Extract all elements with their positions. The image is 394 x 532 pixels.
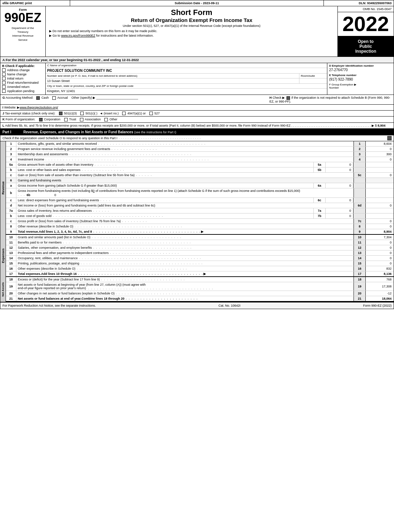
row15-linenum: 15	[354, 261, 366, 266]
row6a-num: a	[6, 183, 16, 188]
row5c-value: 0	[366, 173, 394, 178]
row17-linenum: 17	[354, 271, 366, 276]
row7c-num: c	[6, 219, 16, 224]
row5b-num: b	[6, 167, 16, 172]
row20-desc: Other changes in net assets or fund bala…	[16, 291, 354, 296]
row6a-desc: Gross income from gaming (attach Schedul…	[16, 183, 313, 188]
row5c-linenum: 5c	[354, 173, 366, 178]
row7c-value: 0	[366, 219, 394, 224]
row3-num: 3	[6, 152, 16, 157]
street-label: Number and street (or P. O. box, if mail…	[46, 74, 299, 78]
row6c-sublinenum: 6c	[313, 198, 326, 203]
row15-desc: Printing, publications, postage, and shi…	[16, 261, 354, 266]
row7c-desc: Gross profit or (loss) from sales of inv…	[16, 219, 354, 224]
row8-num: 8	[6, 224, 16, 229]
part1-check-text: Check if the organization used Schedule …	[2, 136, 117, 140]
row5c-num: c	[6, 173, 16, 178]
row7a-subval: 0	[326, 208, 354, 213]
row5b-empty	[354, 167, 366, 172]
e-label: E Telephone number	[329, 74, 392, 77]
k-corp: Corporation	[44, 118, 60, 121]
row19-num: 19	[6, 282, 16, 291]
check-final-return: Final return/terminated	[2, 81, 44, 84]
section-i-label: I	[2, 106, 3, 109]
section-l-value: 8,904	[378, 124, 386, 127]
website-link[interactable]: www.theprojectsolution.org/	[20, 106, 58, 109]
footer-formref: Form 990-EZ (2022)	[363, 304, 392, 307]
row11-value: 0	[366, 240, 394, 245]
org-name: PROJECT SOLUTION COMMUNITY INC	[46, 68, 327, 74]
row5a-num: 5a	[6, 162, 16, 167]
row20-num: 20	[6, 291, 16, 296]
row6a-empty	[354, 183, 366, 188]
row6d-linenum: 6d	[354, 203, 366, 208]
open-public-line2: Public	[359, 44, 372, 49]
efile-label: efile GRAPHIC print	[0, 0, 70, 6]
check-applicable-label: B Check if applicable:	[2, 64, 44, 68]
row19-linenum: 19	[354, 282, 366, 291]
cash-label: Cash	[42, 96, 49, 99]
net-assets-side-label: Net Assets	[1, 282, 5, 297]
bullet1: ▶ Do not enter social security numbers o…	[49, 29, 334, 33]
k-assoc: Association	[85, 118, 101, 121]
row6b-desc: Gross income from fundraising events (no…	[16, 188, 354, 197]
row6b-num: b	[6, 188, 16, 197]
row10-linenum: 10	[354, 235, 366, 240]
city-value: Kingston, NY 12401	[46, 89, 327, 93]
other-label: Other (specify) ▶	[72, 96, 96, 99]
row21-linenum: 21	[354, 296, 366, 301]
revenue-side-label: Revenue	[1, 181, 5, 195]
row6c-num: c	[6, 198, 16, 203]
row15-num: 15	[6, 261, 16, 266]
form-number: 990EZ	[4, 12, 41, 24]
room-label: Room/suite	[299, 74, 327, 78]
row8-desc: Other revenue (describe in Schedule O) .…	[16, 224, 354, 229]
section-l-text: Add lines 5b, 6c, and 7b to line 9 to de…	[5, 124, 291, 127]
row4-num: 4	[6, 157, 16, 162]
row12-value: 0	[366, 245, 394, 250]
row2-value: 0	[366, 147, 394, 151]
open-public-line3: Inspection	[355, 49, 376, 54]
street-value: 13 Susan Street	[46, 78, 299, 83]
check-initial-return: Initial return	[2, 77, 44, 80]
room-value	[299, 78, 327, 83]
row7a-empty	[354, 208, 366, 213]
subtitle-text: Under section 501(c), 527, or 4947(a)(1)…	[49, 24, 334, 28]
row1-linenum: 1	[354, 141, 366, 146]
row11-desc: Benefits paid to or for members . . . . …	[16, 240, 354, 245]
row5a-valcell	[366, 162, 394, 167]
row21-num: 21	[6, 296, 16, 301]
row6c-desc: Less: direct expenses from gaming and fu…	[16, 198, 313, 203]
row7a-num: 7a	[6, 208, 16, 213]
row12-linenum: 12	[354, 245, 366, 250]
section-g-left: G Accounting Method: Cash Accrual Other …	[2, 96, 269, 103]
row6d-num: d	[6, 203, 16, 208]
part1-header: Part I Revenue, Expenses, and Changes in…	[0, 129, 394, 135]
short-form-title: Short Form	[49, 8, 334, 17]
irs-link[interactable]: www.irs.gov/Form990EZ	[61, 34, 95, 37]
accrual-label: Accrual	[57, 96, 68, 99]
row3-desc: Membership dues and assessments . . . . …	[16, 152, 354, 157]
row6b-valcell	[366, 188, 394, 197]
row6a-subval: 0	[326, 183, 354, 188]
row14-value: 0	[366, 256, 394, 261]
footer-paperwork: For Paperwork Reduction Act Notice, see …	[2, 304, 96, 307]
row6d-value: 0	[366, 203, 394, 208]
part1-checkbox	[387, 136, 392, 140]
row2-num: 2	[6, 147, 16, 151]
initial-return-label: Initial return	[7, 77, 23, 80]
other-line: ________________________	[96, 96, 138, 99]
section-j-label: J	[2, 112, 4, 115]
row8-linenum: 8	[354, 224, 366, 229]
row5a-subval: 0	[326, 162, 354, 167]
omb-number: OMB No. 1545-0047	[338, 6, 394, 12]
section-i-text: Website: ▶	[4, 106, 20, 109]
row13-linenum: 13	[354, 250, 366, 255]
c-label: C Name of organization	[46, 63, 78, 68]
row21-value: 18,064	[366, 296, 394, 301]
row5b-subval: 0	[326, 167, 354, 172]
row16-desc: Other expenses (describe in Schedule O) …	[16, 266, 354, 271]
address-change-label: Address change	[7, 68, 30, 72]
section-k-label: K	[2, 118, 5, 121]
row7a-desc: Gross sales of inventory, less returns a…	[16, 208, 313, 213]
